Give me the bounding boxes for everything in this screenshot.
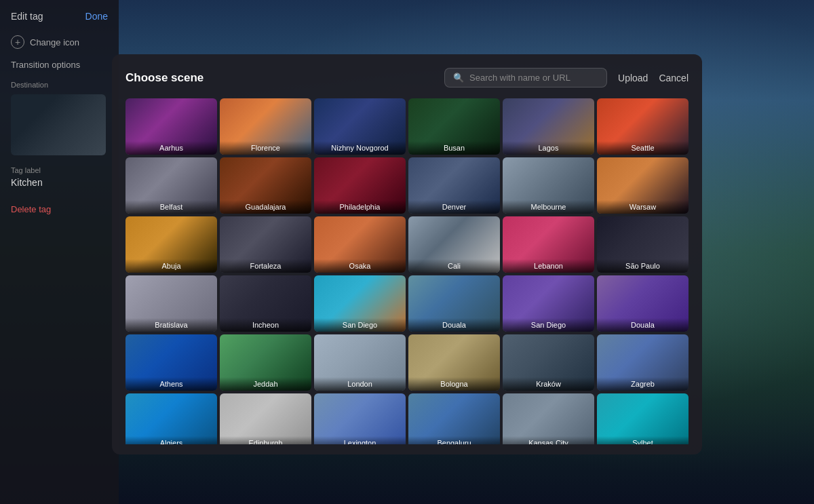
scene-item[interactable]: Nizhny Novgorod xyxy=(314,98,406,155)
scene-label: Nizhny Novgorod xyxy=(314,141,406,155)
scene-item[interactable]: Incheon xyxy=(220,275,311,332)
scene-item[interactable]: London xyxy=(314,334,406,391)
choose-scene-modal: Choose scene 🔍 Upload Cancel AarhusFlore… xyxy=(112,54,702,454)
scene-grid: AarhusFlorenceNizhny NovgorodBusanLagosS… xyxy=(125,98,689,444)
destination-label: Destination xyxy=(11,81,108,89)
scene-label: Douala xyxy=(597,318,689,332)
scene-label: Denver xyxy=(408,200,500,214)
upload-button[interactable]: Upload xyxy=(618,73,648,83)
scene-item[interactable]: São Paulo xyxy=(597,216,689,273)
scene-label: Lexington xyxy=(314,436,406,444)
destination-preview[interactable] xyxy=(11,94,106,155)
scene-item[interactable]: Edinburgh xyxy=(220,393,311,444)
change-icon-label: Change icon xyxy=(30,37,79,47)
done-button[interactable]: Done xyxy=(85,11,108,22)
scene-item[interactable]: Bologna xyxy=(408,334,500,391)
scene-label: Lagos xyxy=(503,141,594,155)
panel-header: Edit tag Done xyxy=(11,11,108,22)
scene-label: Abuja xyxy=(125,259,217,273)
scene-item[interactable]: Bratislava xyxy=(125,275,217,332)
scene-label: Lebanon xyxy=(503,259,594,273)
scene-item[interactable]: San Diego xyxy=(503,275,594,332)
scene-item[interactable]: Lebanon xyxy=(503,216,594,273)
scene-item[interactable]: Algiers xyxy=(125,393,217,444)
transition-options-label[interactable]: Transition options xyxy=(11,60,108,70)
modal-header-right: 🔍 Upload Cancel xyxy=(444,68,689,88)
cancel-button[interactable]: Cancel xyxy=(659,73,689,83)
scene-label: Athens xyxy=(125,377,217,391)
scene-item[interactable]: Jeddah xyxy=(220,334,311,391)
scene-label: Philadelphia xyxy=(314,200,406,214)
scene-label: Osaka xyxy=(314,259,406,273)
scene-item[interactable]: Fortaleza xyxy=(220,216,311,273)
modal-header: Choose scene 🔍 Upload Cancel xyxy=(125,68,689,88)
scene-label: Busan xyxy=(408,141,500,155)
scene-item[interactable]: Sylhet xyxy=(597,393,689,444)
scene-label: Melbourne xyxy=(503,200,594,214)
scene-item[interactable]: Bengaluru xyxy=(408,393,500,444)
scene-label: Kraków xyxy=(503,377,594,391)
scene-item[interactable]: Douala xyxy=(597,275,689,332)
scene-item[interactable]: Philadelphia xyxy=(314,157,406,214)
search-bar[interactable]: 🔍 xyxy=(444,68,607,88)
scene-label: Incheon xyxy=(220,318,311,332)
scene-label: Kansas City xyxy=(503,436,594,444)
scene-item[interactable]: Athens xyxy=(125,334,217,391)
tag-label-title: Tag label xyxy=(11,166,108,174)
scene-item[interactable]: Seattle xyxy=(597,98,689,155)
scene-item[interactable]: Florence xyxy=(220,98,311,155)
tag-label-value: Kitchen xyxy=(11,177,108,188)
change-icon-row[interactable]: + Change icon xyxy=(11,35,108,49)
scene-label: Bengaluru xyxy=(408,436,500,444)
scene-item[interactable]: Lagos xyxy=(503,98,594,155)
scene-item[interactable]: Douala xyxy=(408,275,500,332)
scene-label: Sylhet xyxy=(597,436,689,444)
scene-label: Cali xyxy=(408,259,500,273)
scene-label: Douala xyxy=(408,318,500,332)
scene-item[interactable]: Busan xyxy=(408,98,500,155)
search-input[interactable] xyxy=(469,73,598,83)
scene-item[interactable]: Belfast xyxy=(125,157,217,214)
scene-label: Zagreb xyxy=(597,377,689,391)
scene-item[interactable]: Kraków xyxy=(503,334,594,391)
scene-item[interactable]: Abuja xyxy=(125,216,217,273)
scene-label: Fortaleza xyxy=(220,259,311,273)
scene-label: Warsaw xyxy=(597,200,689,214)
scene-item[interactable]: Aarhus xyxy=(125,98,217,155)
scene-label: San Diego xyxy=(503,318,594,332)
scene-item[interactable]: Melbourne xyxy=(503,157,594,214)
scene-item[interactable]: Denver xyxy=(408,157,500,214)
search-icon: 🔍 xyxy=(453,73,464,83)
left-panel: Edit tag Done + Change icon Transition o… xyxy=(0,0,119,504)
scene-item[interactable]: Zagreb xyxy=(597,334,689,391)
scene-label: Bologna xyxy=(408,377,500,391)
scene-label: Bratislava xyxy=(125,318,217,332)
scene-label: Jeddah xyxy=(220,377,311,391)
scene-item[interactable]: Osaka xyxy=(314,216,406,273)
scene-label: São Paulo xyxy=(597,259,689,273)
modal-title: Choose scene xyxy=(125,71,204,85)
scene-label: Florence xyxy=(220,141,311,155)
scene-label: Aarhus xyxy=(125,141,217,155)
scene-label: Seattle xyxy=(597,141,689,155)
plus-icon: + xyxy=(11,35,24,49)
scene-item[interactable]: San Diego xyxy=(314,275,406,332)
scene-label: London xyxy=(314,377,406,391)
scene-label: Belfast xyxy=(125,200,217,214)
scene-label: Guadalajara xyxy=(220,200,311,214)
scene-item[interactable]: Cali xyxy=(408,216,500,273)
scene-label: San Diego xyxy=(314,318,406,332)
scene-item[interactable]: Lexington xyxy=(314,393,406,444)
edit-tag-label: Edit tag xyxy=(11,11,43,22)
scene-label: Algiers xyxy=(125,436,217,444)
scene-label: Edinburgh xyxy=(220,436,311,444)
scene-item[interactable]: Guadalajara xyxy=(220,157,311,214)
delete-tag-button[interactable]: Delete tag xyxy=(11,204,108,214)
scene-item[interactable]: Kansas City xyxy=(503,393,594,444)
scene-item[interactable]: Warsaw xyxy=(597,157,689,214)
